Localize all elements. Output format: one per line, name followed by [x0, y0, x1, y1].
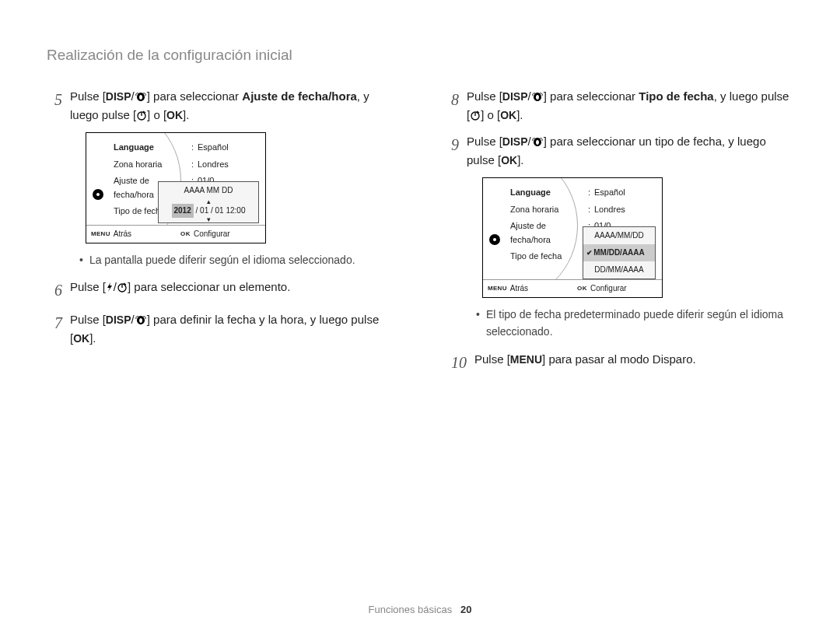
chevron-down-icon: ▾: [207, 216, 211, 223]
option-text: AAAA/MM/DD: [594, 231, 643, 240]
step-6: 6 Pulse [/] para seleccionar un elemento…: [47, 278, 397, 303]
text: Pulse [: [474, 352, 510, 366]
step-5: 5 Pulse [DISP/] para seleccionar Ajuste …: [47, 87, 397, 124]
option-text: DD/MM/AAAA: [594, 265, 643, 274]
colon: :: [588, 186, 594, 200]
note-text: El tipo de fecha predeterminado puede di…: [486, 306, 793, 341]
menu-icon: MENU: [510, 353, 542, 366]
menu-row-timezone: Zona horaria : Londres: [483, 201, 662, 219]
ok-icon: OK: [500, 109, 516, 121]
step-body: Pulse [/] para seleccionar un elemento.: [70, 278, 397, 303]
option-text: MM/DD/AAAA: [593, 248, 645, 257]
text: ].: [517, 153, 523, 166]
ok-label-icon: OK: [180, 229, 191, 240]
step-body: Pulse [MENU] para pasar al modo Disparo.: [474, 350, 793, 375]
menu-row-timezone: Zona horaria : Londres: [86, 156, 265, 173]
lcd-body: Language : Español Zona horaria : Londre…: [86, 133, 265, 225]
flash-icon: [106, 282, 114, 292]
disp-icon: DISP: [502, 135, 528, 148]
step-7: 7 Pulse [DISP/] para definir la fecha y …: [47, 310, 397, 348]
timer-icon: [470, 110, 481, 121]
ok-icon: OK: [73, 332, 89, 345]
text: ] o [: [147, 108, 166, 121]
text: Pulse [: [70, 280, 106, 293]
macro-icon: [531, 136, 544, 147]
manual-page: Realización de la configuración inicial …: [0, 0, 840, 634]
bold-text: Tipo de fecha: [639, 89, 713, 103]
option-1: AAAA/MM/DD: [583, 227, 655, 244]
ok-icon: OK: [166, 109, 183, 121]
menu-label: Ajuste de fecha/hora: [510, 219, 588, 247]
menu-value: Español: [594, 186, 662, 200]
disp-icon: DISP: [106, 90, 131, 103]
colon: :: [191, 141, 198, 155]
lcd-footer: MENU Atrás OK Configurar: [483, 279, 662, 297]
page-number: 20: [460, 604, 471, 615]
text: ].: [89, 331, 96, 345]
camera-lcd-datetime: Language : Español Zona horaria : Londre…: [86, 132, 266, 243]
two-column-layout: 5 Pulse [DISP/] para seleccionar Ajuste …: [47, 87, 793, 383]
right-column: 8 Pulse [DISP/] para seleccionar Tipo de…: [443, 87, 793, 383]
popup-header-row: AAAA MM DD: [159, 182, 258, 199]
text: ] para pasar al modo Disparo.: [542, 352, 696, 366]
popup-value-row: ▴ 2012 / 01 / 01 12:00 ▾: [159, 199, 258, 222]
footer-set: OK Configurar: [176, 226, 265, 243]
footer-set: OK Configurar: [572, 280, 662, 297]
gear-icon: [489, 234, 500, 245]
page-title: Realización de la configuración inicial: [47, 47, 793, 64]
text: Pulse [: [70, 89, 106, 103]
popup-header: AAAA MM DD: [184, 186, 233, 194]
text: Pulse [: [467, 89, 502, 103]
year-field-selected: 2012: [172, 204, 194, 218]
note-bullet: La pantalla puede diferir según el idiom…: [79, 251, 397, 268]
back-text: Atrás: [510, 282, 528, 295]
menu-label-icon: MENU: [488, 284, 507, 294]
text: ] para seleccionar: [544, 89, 639, 103]
gear-icon: [93, 189, 103, 200]
rest-of-date: / 01 / 01 12:00: [196, 206, 246, 215]
step-9: 9 Pulse [DISP/] para seleccionar un tipo…: [443, 132, 793, 170]
step-body: Pulse [DISP/] para definir la fecha y la…: [70, 310, 397, 348]
text: Pulse [: [467, 135, 502, 148]
footer-back: MENU Atrás: [86, 226, 176, 243]
menu-label: Zona horaria: [510, 203, 588, 217]
option-2-selected: ✔ MM/DD/AAAA: [583, 244, 655, 261]
note-text: La pantalla puede diferir según el idiom…: [89, 251, 355, 268]
step-body: Pulse [DISP/] para seleccionar Tipo de f…: [467, 87, 793, 124]
step-number: 8: [443, 87, 467, 124]
option-3: DD/MM/AAAA: [583, 261, 655, 278]
text: ] o [: [481, 108, 500, 121]
step-number: 7: [47, 310, 70, 348]
menu-label: Language: [114, 141, 191, 155]
menu-label: Tipo de fecha: [510, 250, 588, 264]
lcd-body: Language : Español Zona horaria : Londre…: [483, 178, 662, 279]
datetime-editor-popup: AAAA MM DD ▴ 2012 / 01 / 01 12:00 ▾: [158, 181, 259, 223]
menu-value: Londres: [198, 158, 265, 172]
timer-icon: [117, 282, 128, 292]
menu-row-language: Language : Español: [86, 139, 265, 156]
macro-icon: [135, 314, 147, 325]
back-text: Atrás: [114, 228, 131, 240]
menu-label: Zona horaria: [114, 158, 191, 172]
menu-label-icon: MENU: [91, 229, 110, 240]
step-number: 9: [443, 132, 467, 170]
datetype-options-popup: AAAA/MM/DD ✔ MM/DD/AAAA DD/MM/AAAA: [583, 226, 656, 279]
step-number: 10: [443, 350, 474, 375]
step-number: 5: [47, 87, 70, 124]
footer-back: MENU Atrás: [483, 280, 572, 297]
colon: :: [588, 203, 594, 217]
menu-value: Londres: [594, 203, 662, 217]
step-body: Pulse [DISP/] para seleccionar un tipo d…: [467, 132, 793, 170]
set-text: Configurar: [590, 282, 627, 295]
left-column: 5 Pulse [DISP/] para seleccionar Ajuste …: [47, 87, 397, 383]
text: ] para seleccionar un elemento.: [128, 280, 290, 293]
disp-icon: DISP: [106, 313, 131, 326]
chevron-up-icon: ▴: [207, 198, 211, 205]
ok-label-icon: OK: [577, 284, 587, 294]
step-10: 10 Pulse [MENU] para pasar al modo Dispa…: [443, 350, 793, 375]
check-icon: ✔: [586, 247, 593, 258]
camera-lcd-datetype: Language : Español Zona horaria : Londre…: [482, 177, 663, 298]
bold-text: Ajuste de fecha/hora: [242, 89, 357, 103]
step-8: 8 Pulse [DISP/] para seleccionar Tipo de…: [443, 87, 793, 124]
footer-section: Funciones básicas: [369, 604, 453, 615]
